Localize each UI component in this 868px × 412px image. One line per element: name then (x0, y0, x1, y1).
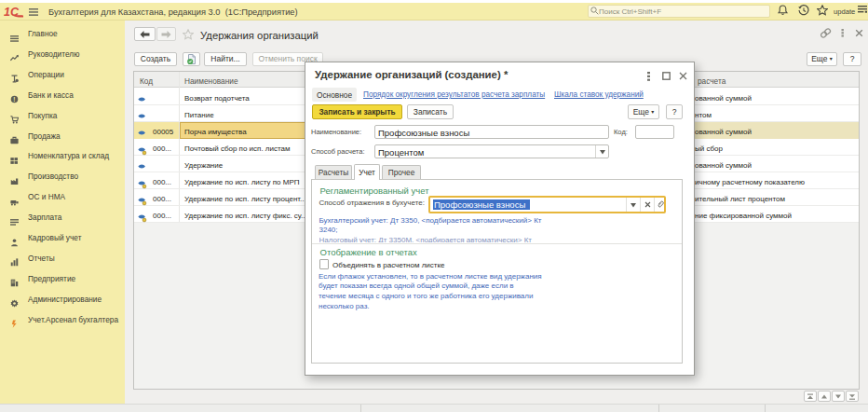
svg-text:!: ! (13, 96, 15, 103)
